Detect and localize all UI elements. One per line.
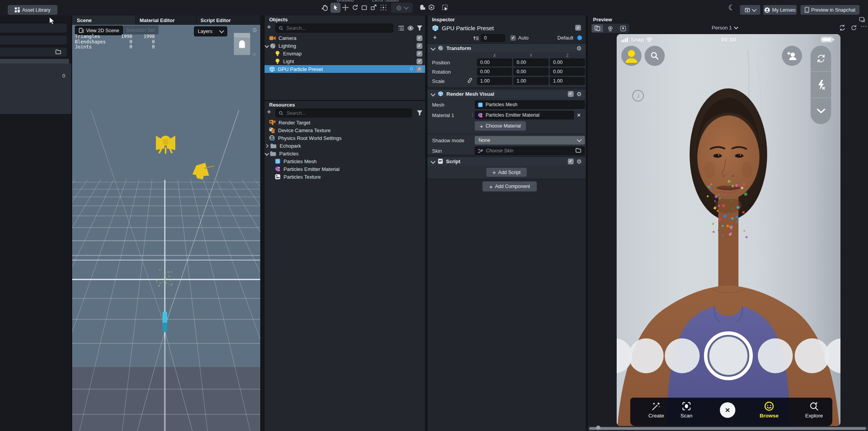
dark-mode-moon-icon[interactable]: ☾ xyxy=(728,3,735,12)
my-lenses-button[interactable]: My Lenses xyxy=(763,5,797,15)
asset-library-button[interactable]: Asset Library xyxy=(8,5,57,15)
rotation-y-input[interactable]: 0.00 xyxy=(514,68,548,76)
pivot-mesh-icon[interactable] xyxy=(428,4,435,11)
layers-dropdown[interactable]: Layers xyxy=(194,26,227,36)
auto-checkbox[interactable]: ✓ xyxy=(510,35,516,41)
render-layer-input[interactable]: 0 xyxy=(481,34,505,42)
resource-row-particles-texture[interactable]: Particles Texture xyxy=(265,173,425,181)
filter-funnel-icon[interactable] xyxy=(417,25,423,31)
camera-gizmo[interactable] xyxy=(156,136,175,153)
pair-device-toggle[interactable] xyxy=(592,24,603,32)
reset-preview-icon[interactable] xyxy=(851,24,857,31)
left-field-3[interactable] xyxy=(0,48,67,57)
center-pivot-tool-icon[interactable] xyxy=(380,4,387,11)
light-gizmo[interactable] xyxy=(192,163,214,179)
rect-tool-icon[interactable] xyxy=(361,4,368,11)
world-space-dropdown[interactable] xyxy=(391,3,413,13)
resource-row-physics-root[interactable]: Physics Root World Settings xyxy=(265,134,425,142)
viewport-settings-gear-icon[interactable]: ⚙ xyxy=(252,27,257,33)
object-row-gpu-particle-preset-selected[interactable]: GPU Particle Preset 0 ✓ xyxy=(265,65,425,73)
tab-scan[interactable]: Scan xyxy=(673,398,700,426)
pan-tool-icon[interactable] xyxy=(321,4,329,12)
flash-off-button[interactable] xyxy=(811,72,831,98)
phone-preview[interactable]: Snap 00:00 xyxy=(617,34,840,426)
add-to-object-button[interactable]: + xyxy=(433,34,437,41)
transform-settings-gear-icon[interactable]: ⚙ xyxy=(577,45,582,51)
expand-caret-icon[interactable] xyxy=(265,43,269,48)
tab-scene[interactable]: Scene xyxy=(72,16,136,25)
rmv-section-header[interactable]: Render Mesh Visual ✓ ⚙ xyxy=(427,90,586,98)
active-lens-button[interactable] xyxy=(709,336,748,376)
mesh-value-field[interactable]: Particles Mesh xyxy=(475,100,585,109)
lens-info-button[interactable]: i xyxy=(632,90,644,102)
shadow-mode-dropdown[interactable]: None xyxy=(475,136,585,145)
envmap-enabled-checkbox[interactable]: ✓ xyxy=(417,51,422,57)
tab-browse-active[interactable]: Browse xyxy=(755,398,783,426)
objects-search[interactable] xyxy=(275,24,393,33)
rotation-z-input[interactable]: 0.00 xyxy=(550,68,585,76)
scale-y-input[interactable]: 1.00 xyxy=(514,77,548,85)
resource-row-particles-folder[interactable]: Particles xyxy=(265,150,425,157)
move-tool-icon[interactable] xyxy=(342,4,349,11)
script-settings-gear-icon[interactable]: ⚙ xyxy=(577,159,582,164)
close-lens-button[interactable]: × xyxy=(720,402,735,418)
collapse-caret-icon[interactable] xyxy=(431,159,436,164)
collapse-caret-icon[interactable] xyxy=(431,46,436,51)
add-resource-button[interactable]: + xyxy=(267,108,271,116)
lens-slot[interactable] xyxy=(665,338,700,373)
collapse-caret-icon[interactable] xyxy=(431,91,436,97)
select-tool-icon[interactable] xyxy=(332,4,339,11)
scene-viewport[interactable]: View 2D Scene Selection Set Layers Trian… xyxy=(72,25,260,431)
particle-emitter-gizmo[interactable] xyxy=(163,312,167,332)
snapcode-toggle[interactable] xyxy=(617,24,629,32)
default-radio[interactable] xyxy=(577,35,582,40)
selection-set-button[interactable]: Selection Set xyxy=(122,26,159,34)
tab-material-editor[interactable]: Material Editor xyxy=(136,16,197,25)
position-y-input[interactable]: 0.00 xyxy=(514,59,548,66)
rotation-x-input[interactable]: 0.00 xyxy=(477,68,512,76)
capture-button-ring[interactable] xyxy=(704,331,753,380)
preview-scrollbar-thumb[interactable] xyxy=(589,427,866,430)
search-button[interactable] xyxy=(645,46,665,66)
scrollbar-knob[interactable] xyxy=(596,426,600,430)
person-selector[interactable]: Person 1 xyxy=(712,25,738,31)
resource-row-particles-emitter-material[interactable]: Particles Emitter Material xyxy=(265,165,425,173)
rm-visual-enabled-checkbox[interactable]: ✓ xyxy=(568,91,574,97)
object-enabled-checkbox[interactable]: ✓ xyxy=(575,25,581,31)
remove-material-icon[interactable]: × xyxy=(577,112,581,118)
rotate-tool-icon[interactable] xyxy=(351,4,359,11)
tree-view-icon[interactable] xyxy=(398,25,405,31)
script-section-header[interactable]: Script ✓ ⚙ xyxy=(427,157,586,166)
resource-row-render-target[interactable]: Render Target xyxy=(265,119,425,126)
lens-slot[interactable] xyxy=(758,338,793,373)
filter-funnel-icon[interactable] xyxy=(417,110,423,116)
local-mesh-icon[interactable] xyxy=(419,4,426,11)
left-field-2[interactable] xyxy=(0,36,67,45)
object-row-camera[interactable]: Camera ✓ xyxy=(265,34,425,42)
skin-field[interactable]: Choose Skin xyxy=(475,147,585,155)
add-script-button[interactable]: + Add Script xyxy=(486,168,527,177)
popout-panel-icon[interactable] xyxy=(859,17,865,22)
add-object-button[interactable]: + xyxy=(267,23,271,31)
object-row-envmap[interactable]: Envmap ✓ xyxy=(265,50,425,57)
folder-icon[interactable] xyxy=(55,49,61,54)
scale-x-input[interactable]: 1.00 xyxy=(477,77,512,85)
scale-tool-icon[interactable] xyxy=(370,4,377,11)
tab-create[interactable]: Create xyxy=(642,398,670,426)
resource-row-echopark[interactable]: Echopark xyxy=(265,142,425,150)
lens-slot[interactable] xyxy=(629,338,664,373)
new-panel-dropdown[interactable] xyxy=(740,5,760,15)
flip-camera-button[interactable] xyxy=(811,46,831,72)
collapse-controls-button[interactable] xyxy=(811,98,831,124)
choose-material-button[interactable]: + Choose Material xyxy=(475,121,526,131)
position-x-input[interactable]: 0.00 xyxy=(477,59,512,66)
object-row-light[interactable]: Light ✓ xyxy=(265,57,425,65)
preview-in-snapchat-button[interactable]: Preview in Snapchat xyxy=(801,5,859,15)
expand-caret-icon[interactable] xyxy=(265,151,269,155)
marquee-select-icon[interactable] xyxy=(441,4,449,11)
tab-script-editor[interactable]: Script Editor xyxy=(197,16,260,25)
tab-explore[interactable]: Explore xyxy=(800,398,828,426)
add-component-button[interactable]: + Add Component xyxy=(482,181,537,191)
script-enabled-checkbox[interactable]: ✓ xyxy=(568,159,574,164)
resources-search[interactable] xyxy=(275,109,412,117)
